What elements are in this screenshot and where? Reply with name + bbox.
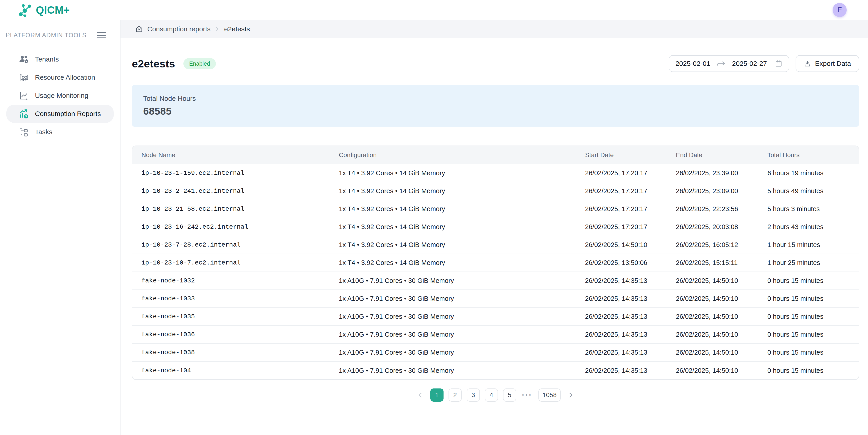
end-date-cell: 26/02/2025, 14:50:10 (676, 290, 767, 308)
sidebar-item-resource-allocation[interactable]: Resource Allocation (6, 68, 114, 87)
start-date-cell: 26/02/2025, 14:35:13 (585, 290, 676, 308)
pagination-ellipsis: ••• (521, 392, 533, 398)
total-hours-cell: 0 hours 15 minutes (767, 362, 859, 379)
usage-chart-icon (19, 90, 29, 101)
sidebar-item-label: Usage Monitoring (35, 92, 88, 99)
pagination-last-page-button[interactable]: 1058 (538, 389, 561, 402)
svg-text:$: $ (25, 115, 27, 118)
pagination-prev-button[interactable] (415, 389, 425, 402)
total-hours-cell: 6 hours 19 minutes (767, 164, 859, 182)
pagination-page-button-1[interactable]: 1 (430, 389, 443, 402)
pagination-page-button-2[interactable]: 2 (448, 389, 462, 402)
total-hours-cell: 1 hour 15 minutes (767, 236, 859, 254)
end-date-cell: 26/02/2025, 14:50:10 (676, 272, 767, 290)
total-hours-cell: 5 hours 3 minutes (767, 200, 859, 218)
user-avatar[interactable]: F (833, 3, 847, 17)
start-date-cell: 26/02/2025, 14:35:13 (585, 343, 676, 362)
configuration-cell: 1x A10G • 7.91 Cores • 30 GiB Memory (339, 308, 585, 325)
column-header-configuration: Configuration (339, 146, 585, 164)
sidebar-item-consumption-reports[interactable]: $Consumption Reports (6, 105, 114, 123)
sidebar-item-usage-monitoring[interactable]: Usage Monitoring (6, 87, 114, 105)
node-name-cell: ip-10-23-2-241.ec2.internal (132, 182, 339, 200)
end-date-cell: 26/02/2025, 14:50:10 (676, 362, 767, 379)
table-row: fake-node-1041x A10G • 7.91 Cores • 30 G… (132, 362, 859, 379)
node-name-cell: ip-10-23-7-28.ec2.internal (132, 236, 339, 254)
sidebar-item-label: Resource Allocation (35, 73, 95, 81)
sidebar: PLATFORM ADMIN TOOLS TenantsResource All… (0, 20, 121, 435)
export-data-label: Export Data (815, 60, 851, 67)
table-row: ip-10-23-1-159.ec2.internal1x T4 • 3.92 … (132, 164, 859, 182)
node-name-cell: ip-10-23-21-58.ec2.internal (132, 200, 339, 218)
sidebar-section-title: PLATFORM ADMIN TOOLS (6, 32, 87, 39)
node-name-cell: ip-10-23-10-7.ec2.internal (132, 254, 339, 272)
consumption-table-card: Node NameConfigurationStart DateEnd Date… (132, 146, 859, 380)
end-date-cell: 26/02/2025, 16:05:12 (676, 236, 767, 254)
table-row: fake-node-10361x A10G • 7.91 Cores • 30 … (132, 325, 859, 343)
tasks-tree-icon (19, 127, 29, 137)
table-row: fake-node-10321x A10G • 7.91 Cores • 30 … (132, 272, 859, 290)
table-row: ip-10-23-10-7.ec2.internal1x T4 • 3.92 C… (132, 254, 859, 272)
total-hours-cell: 2 hours 43 minutes (767, 218, 859, 236)
start-date-cell: 26/02/2025, 17:20:17 (585, 218, 676, 236)
configuration-cell: 1x T4 • 3.92 Cores • 14 GiB Memory (339, 254, 585, 272)
end-date-cell: 26/02/2025, 22:23:56 (676, 200, 767, 218)
node-name-cell: fake-node-1033 (132, 290, 339, 308)
end-date-cell: 26/02/2025, 14:50:10 (676, 308, 767, 325)
breadcrumb: Consumption reports e2etests (121, 20, 868, 38)
sidebar-nav: TenantsResource AllocationUsage Monitori… (0, 50, 120, 141)
brand-name: QICM+ (36, 4, 70, 16)
node-name-cell: fake-node-104 (132, 362, 339, 379)
app-logo[interactable]: QICM+ (18, 2, 70, 18)
configuration-cell: 1x T4 • 3.92 Cores • 14 GiB Memory (339, 236, 585, 254)
sidebar-item-label: Consumption Reports (35, 110, 101, 118)
breadcrumb-separator-icon (215, 26, 220, 32)
summary-label: Total Node Hours (143, 95, 848, 102)
end-date-cell: 26/02/2025, 20:03:08 (676, 218, 767, 236)
start-date-cell: 26/02/2025, 17:20:17 (585, 200, 676, 218)
pagination-page-button-4[interactable]: 4 (485, 389, 498, 402)
brand-molecule-icon (18, 2, 33, 18)
column-header-end-date: End Date (676, 146, 767, 164)
home-icon[interactable] (135, 25, 143, 33)
consumption-report-icon: $ (19, 108, 29, 119)
total-hours-cell: 5 hours 49 minutes (767, 182, 859, 200)
configuration-cell: 1x A10G • 7.91 Cores • 30 GiB Memory (339, 290, 585, 308)
start-date-value[interactable]: 2025-02-01 (676, 60, 710, 67)
sidebar-collapse-button[interactable] (97, 31, 106, 40)
total-hours-cell: 0 hours 15 minutes (767, 343, 859, 362)
end-date-value[interactable]: 2025-02-27 (732, 60, 767, 67)
end-date-cell: 26/02/2025, 23:09:00 (676, 182, 767, 200)
end-date-cell: 26/02/2025, 15:15:11 (676, 254, 767, 272)
start-date-cell: 26/02/2025, 17:20:17 (585, 164, 676, 182)
pagination-next-button[interactable] (566, 389, 576, 402)
end-date-cell: 26/02/2025, 23:39:00 (676, 164, 767, 182)
breadcrumb-current: e2etests (224, 25, 250, 33)
node-name-cell: fake-node-1036 (132, 325, 339, 343)
export-data-button[interactable]: Export Data (796, 55, 859, 72)
sidebar-item-tenants[interactable]: Tenants (6, 50, 114, 68)
node-name-cell: ip-10-23-16-242.ec2.internal (132, 218, 339, 236)
total-hours-cell: 0 hours 15 minutes (767, 325, 859, 343)
start-date-cell: 26/02/2025, 17:20:17 (585, 182, 676, 200)
main-area: Consumption reports e2etests e2etests En… (121, 20, 868, 435)
sidebar-item-label: Tenants (35, 55, 59, 63)
swap-right-arrow-icon (716, 60, 726, 67)
end-date-cell: 26/02/2025, 14:50:10 (676, 343, 767, 362)
sidebar-item-tasks[interactable]: Tasks (6, 123, 114, 141)
node-name-cell: fake-node-1035 (132, 308, 339, 325)
node-name-cell: fake-node-1032 (132, 272, 339, 290)
table-row: ip-10-23-21-58.ec2.internal1x T4 • 3.92 … (132, 200, 859, 218)
top-header: QICM+ F (0, 0, 868, 20)
total-hours-cell: 1 hour 25 minutes (767, 254, 859, 272)
end-date-cell: 26/02/2025, 14:50:10 (676, 325, 767, 343)
breadcrumb-root[interactable]: Consumption reports (147, 25, 210, 33)
table-row: ip-10-23-7-28.ec2.internal1x T4 • 3.92 C… (132, 236, 859, 254)
configuration-cell: 1x A10G • 7.91 Cores • 30 GiB Memory (339, 325, 585, 343)
pagination-page-button-3[interactable]: 3 (467, 389, 480, 402)
consumption-table: Node NameConfigurationStart DateEnd Date… (132, 146, 859, 379)
pagination-page-button-5[interactable]: 5 (503, 389, 516, 402)
calendar-icon (775, 60, 782, 67)
start-date-cell: 26/02/2025, 14:35:13 (585, 325, 676, 343)
start-date-cell: 26/02/2025, 13:50:06 (585, 254, 676, 272)
date-range-picker[interactable]: 2025-02-01 2025-02-27 (669, 55, 789, 72)
